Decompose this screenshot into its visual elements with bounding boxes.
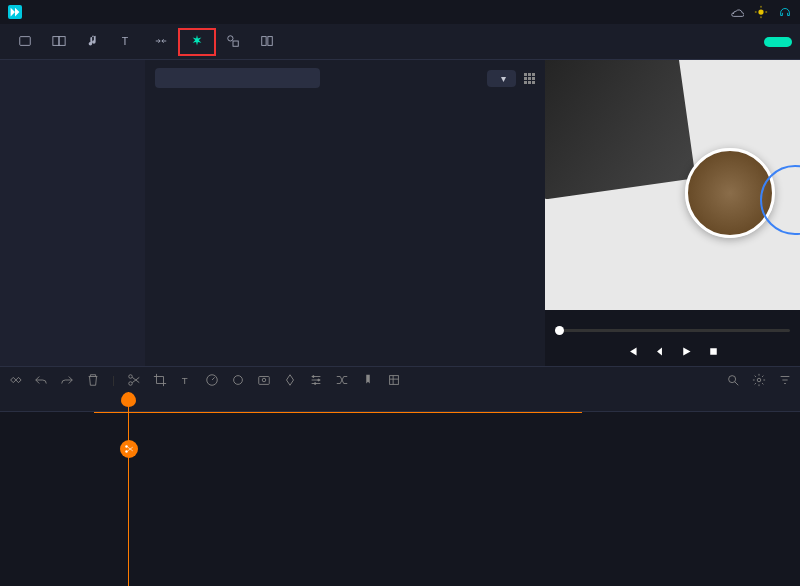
tab-effects[interactable] (178, 28, 216, 56)
screenshot-icon[interactable] (257, 373, 271, 387)
undo-icon[interactable] (34, 373, 48, 387)
timeline (0, 392, 800, 586)
mix-icon[interactable] (335, 373, 349, 387)
adjust-icon[interactable] (309, 373, 323, 387)
title-bar (0, 0, 800, 24)
sort-icon[interactable] (778, 373, 792, 387)
grid-view-icon[interactable] (524, 73, 535, 84)
prev-button[interactable] (626, 345, 639, 358)
svg-point-31 (125, 450, 128, 453)
tab-elements[interactable] (216, 30, 250, 54)
svg-point-25 (314, 382, 316, 384)
zoom-fit-icon[interactable] (726, 373, 740, 387)
effects-sidebar (0, 60, 145, 366)
svg-rect-26 (389, 375, 398, 384)
tab-titles[interactable]: T (110, 30, 144, 54)
menu-edit[interactable] (54, 10, 66, 14)
playhead[interactable] (128, 392, 129, 586)
settings-icon[interactable] (752, 373, 766, 387)
svg-point-24 (318, 379, 320, 381)
headset-icon[interactable] (778, 5, 792, 19)
menu-file[interactable] (38, 10, 50, 14)
keyframe-tool-icon[interactable] (8, 373, 22, 387)
preview-content-laptop (545, 60, 696, 199)
svg-rect-21 (259, 376, 270, 384)
time-ruler[interactable] (0, 392, 800, 412)
timeline-toolbar: | T (0, 366, 800, 392)
svg-text:T: T (122, 34, 129, 46)
tab-media[interactable] (8, 30, 42, 54)
topbar-right (730, 5, 792, 19)
range-indicator (94, 412, 582, 413)
app-logo-icon (8, 5, 22, 19)
menu-help[interactable] (118, 10, 130, 14)
svg-point-16 (129, 374, 133, 378)
svg-point-30 (125, 445, 128, 448)
marker-icon[interactable] (361, 373, 375, 387)
menu-view[interactable] (86, 10, 98, 14)
svg-point-0 (758, 9, 763, 14)
menu-export[interactable] (102, 10, 114, 14)
scrubber-handle[interactable] (555, 326, 564, 335)
svg-point-17 (129, 381, 133, 385)
sun-icon[interactable] (754, 5, 768, 19)
play-button[interactable] (680, 345, 693, 358)
svg-point-29 (757, 378, 761, 382)
preview-video[interactable] (545, 60, 800, 310)
scissors-indicator[interactable] (120, 440, 138, 458)
cloud-icon[interactable] (730, 5, 744, 19)
preview-scrubber[interactable] (555, 329, 790, 332)
module-tabs: T (0, 24, 800, 60)
effects-panel: ▾ (145, 60, 545, 366)
stop-button[interactable] (707, 345, 720, 358)
color-icon[interactable] (231, 373, 245, 387)
split-icon[interactable] (127, 373, 141, 387)
chevron-down-icon: ▾ (501, 73, 506, 84)
tab-transitions[interactable] (144, 30, 178, 54)
svg-rect-5 (20, 36, 31, 45)
svg-rect-15 (710, 348, 717, 355)
svg-point-20 (233, 375, 242, 384)
svg-rect-10 (233, 41, 238, 46)
svg-point-9 (228, 35, 233, 40)
svg-rect-11 (262, 36, 266, 45)
text-icon[interactable]: T (179, 373, 193, 387)
svg-rect-7 (59, 36, 65, 45)
search-input[interactable] (155, 68, 320, 88)
svg-rect-6 (53, 36, 59, 45)
svg-rect-12 (268, 36, 272, 45)
speed-icon[interactable] (205, 373, 219, 387)
step-back-button[interactable] (653, 345, 666, 358)
preview-panel (545, 60, 800, 366)
svg-point-22 (262, 378, 266, 382)
tab-audio[interactable] (76, 30, 110, 54)
filter-dropdown[interactable]: ▾ (487, 70, 516, 87)
svg-line-28 (735, 381, 739, 385)
svg-text:T: T (181, 374, 187, 385)
redo-icon[interactable] (60, 373, 74, 387)
tab-stock-media[interactable] (42, 30, 76, 54)
menu-tools[interactable] (70, 10, 82, 14)
keyframes-icon[interactable] (283, 373, 297, 387)
svg-point-27 (729, 375, 736, 382)
play-controls (626, 345, 720, 358)
crop-icon[interactable] (153, 373, 167, 387)
export-button[interactable] (764, 37, 792, 47)
render-icon[interactable] (387, 373, 401, 387)
svg-point-23 (312, 375, 314, 377)
delete-icon[interactable] (86, 373, 100, 387)
tab-split-screen[interactable] (250, 30, 284, 54)
